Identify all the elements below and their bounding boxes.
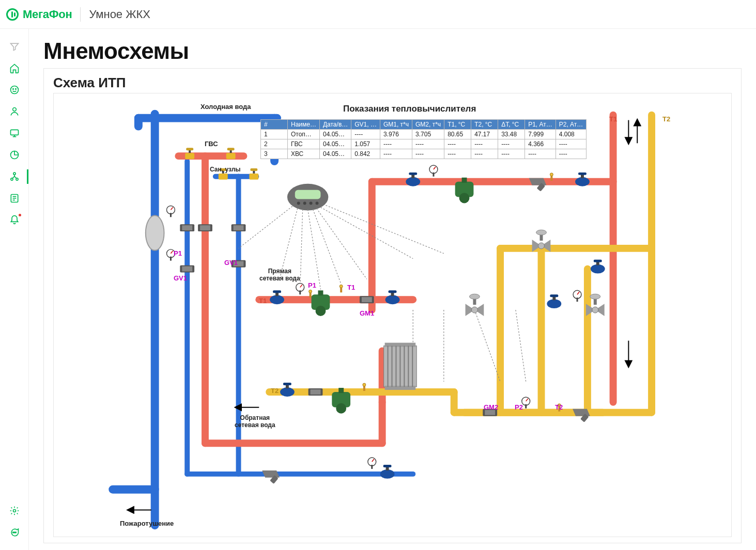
tree-icon [9,171,20,182]
heat-col: P1, Ат… [525,120,556,130]
svg-point-9 [13,510,16,512]
sidebar-item-monitor[interactable] [0,123,28,144]
heat-col: Наиме… [288,120,320,130]
heat-col: Дата/в… [319,120,351,130]
heat-col: P2, Ат… [556,120,587,130]
brand-logo[interactable]: МегаФон [6,8,72,21]
svg-point-1 [12,89,13,90]
table-row: 2ГВС04.05…1.057--------------------4.366… [261,139,587,149]
monitor-icon [9,128,20,138]
label-t2-mid: T2 [271,387,279,395]
tag-t2: T2 [555,403,563,411]
sidebar [0,29,29,550]
heat-col: GM2, т*ч [412,120,444,130]
tag-gm2: GM2 [484,403,498,411]
sidebar-item-user[interactable] [0,101,28,122]
sidebar-item-chat[interactable] [0,522,28,543]
label-return-water: Обратная сетевая вода [235,415,275,429]
topbar: МегаФон Умное ЖКХ [0,0,756,29]
filter-icon [9,41,20,52]
tag-p1-left: P1 [174,249,182,257]
label-direct-water: Прямая сетевая вода [259,268,300,282]
notification-badge [18,213,22,217]
topbar-divider [80,7,81,22]
tag-gv1-2: GV1 [174,274,187,282]
scheme-panel: Схема ИТП [43,68,742,543]
heat-col: ΔT, °C [498,120,525,130]
gear-icon [9,506,20,516]
tag-gm1: GM1 [360,309,374,317]
brand-name: МегаФон [23,8,72,21]
tag-p2: P2 [515,403,523,411]
label-san-nodes: Сан. узлы [210,166,241,173]
heat-col: GM1, т*ч [380,120,412,130]
svg-point-0 [10,86,18,94]
svg-point-5 [13,172,15,175]
page-title: Мнемосхемы [43,38,742,64]
svg-point-51 [146,215,164,250]
sidebar-item-bell[interactable] [0,210,28,230]
app-name: Умное ЖКХ [89,8,150,21]
svg-point-11 [14,532,15,533]
smile-icon [9,85,20,95]
tag-t1-mid: T1 [347,284,355,291]
sidebar-item-list[interactable] [0,188,28,209]
svg-point-10 [12,532,13,533]
main-content: Мнемосхемы Схема ИТП [29,29,756,550]
heat-table-title: Показания тепловычислителя [343,104,476,114]
svg-rect-4 [10,130,18,135]
tag-gv1: GV1 [224,259,238,266]
svg-point-3 [12,108,16,112]
heat-col: GV1, … [351,120,380,130]
scheme-title: Схема ИТП [53,75,732,91]
label-t1-mid: T1 [259,297,267,305]
svg-point-2 [15,89,16,90]
pie-icon [9,150,20,160]
heat-col: # [261,120,288,130]
chat-icon [9,527,20,538]
table-row: 1Отоп…04.05…----3.9763.70580.6547.1733.4… [261,130,587,139]
sidebar-item-gear[interactable] [0,500,28,521]
heat-table: #Наиме…Дата/в…GV1, …GM1, т*чGM2, т*чT1, … [260,119,587,159]
label-gvs: ГВС [205,140,218,148]
logo-icon [6,8,19,21]
mnemonic-svg [54,93,731,537]
label-t1-top: T1 [609,115,617,123]
svg-point-12 [15,532,16,533]
table-row: 3ХВС04.05…0.842-------------------------… [261,149,587,159]
label-t2-top: T2 [662,115,670,123]
sidebar-item-smile[interactable] [0,80,28,100]
sidebar-item-tree[interactable] [0,166,28,187]
sidebar-item-filter[interactable] [0,36,28,57]
list-icon [9,193,20,203]
diagram[interactable]: Показания тепловычислителя #Наиме…Дата/в… [53,93,732,537]
sidebar-item-pie[interactable] [0,145,28,165]
label-fire: Пожаротушение [120,520,174,527]
heat-col: T1, °C [444,120,471,130]
sidebar-item-home[interactable] [0,58,28,78]
label-cold-water: Холодная вода [200,103,251,111]
heat-col: T2, °C [471,120,498,130]
tag-p1-mid: P1 [308,281,316,289]
user-icon [9,106,20,117]
home-icon [9,63,20,73]
